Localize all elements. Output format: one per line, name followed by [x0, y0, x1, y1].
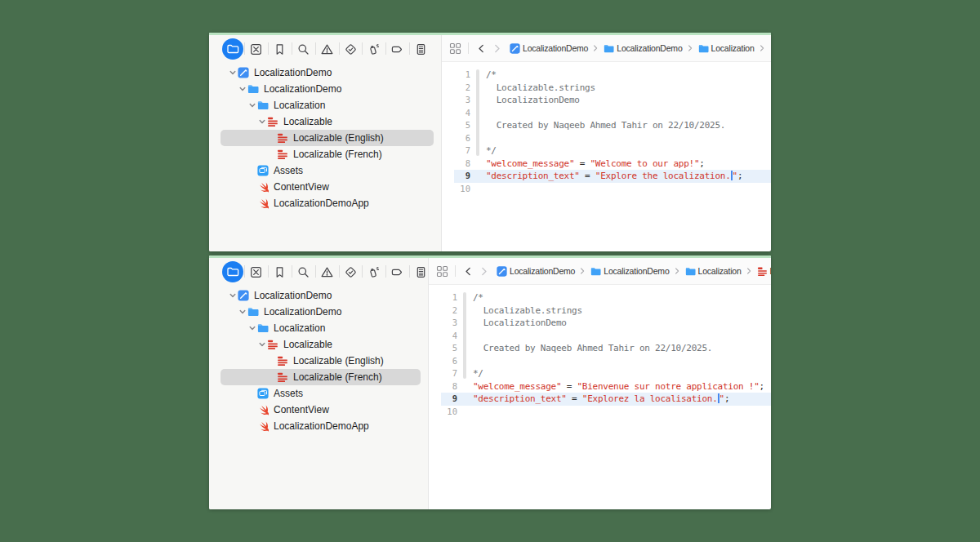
navigator-tab-debug-spray[interactable]: [364, 262, 384, 282]
code-line[interactable]: /*: [473, 291, 764, 304]
navigator-tab-tests[interactable]: [341, 262, 360, 282]
navigator-tab-folder[interactable]: [223, 262, 243, 282]
code-line[interactable]: /*: [486, 69, 742, 82]
code-line[interactable]: "welcome_message" = "Welcome to our app!…: [486, 158, 742, 171]
code-line[interactable]: "description_text" = "Explorez la locali…: [473, 393, 764, 406]
navigator-tab-debug-spray[interactable]: [364, 39, 384, 59]
navigator-tab-x-square[interactable]: [247, 262, 266, 282]
breadcrumb-item[interactable]: Localization: [685, 266, 742, 277]
tree-row[interactable]: Localizable: [209, 113, 441, 130]
line-number[interactable]: 5: [441, 119, 470, 132]
code-line[interactable]: Localizable.strings: [473, 304, 764, 318]
disclosure-chevron-icon[interactable]: [256, 118, 267, 126]
code-line[interactable]: */: [486, 144, 742, 158]
code-line[interactable]: */: [473, 367, 764, 380]
code-line[interactable]: LocalizationDemo: [486, 94, 742, 107]
line-number[interactable]: 3: [428, 317, 457, 330]
line-number[interactable]: 10: [428, 406, 457, 419]
code-line[interactable]: [473, 355, 764, 368]
line-number-gutter[interactable]: 12345678910: [441, 69, 470, 195]
line-number[interactable]: 2: [428, 304, 457, 318]
tree-row[interactable]: LocalizationDemo: [209, 81, 441, 97]
line-number[interactable]: 10: [441, 183, 470, 196]
forward-button[interactable]: [491, 42, 503, 55]
forward-button[interactable]: [478, 265, 490, 278]
tree-row[interactable]: Assets: [209, 162, 441, 179]
line-number[interactable]: 1: [441, 69, 470, 82]
breadcrumb-item[interactable]: LocalizationDemo: [604, 43, 682, 54]
code-line[interactable]: [473, 330, 764, 343]
code-line[interactable]: LocalizationDemo: [473, 317, 764, 330]
disclosure-chevron-icon[interactable]: [237, 308, 247, 316]
tree-row[interactable]: Localizable: [209, 336, 428, 353]
breadcrumb-item[interactable]: LocalizationDemo: [510, 43, 588, 54]
tree-row[interactable]: LocalizationDemo: [209, 287, 428, 304]
code-line[interactable]: "welcome_message" = "Bienvenue sur notre…: [473, 380, 764, 393]
navigator-tab-issues[interactable]: [317, 262, 336, 282]
line-number[interactable]: 8: [428, 380, 457, 393]
line-number[interactable]: 2: [441, 82, 470, 95]
disclosure-chevron-icon[interactable]: [227, 291, 238, 300]
breadcrumb-item[interactable]: LocalizationDemo: [590, 266, 669, 277]
navigator-tab-breakpoints-tag[interactable]: [388, 39, 408, 59]
navigator-tab-search[interactable]: [293, 262, 313, 282]
disclosure-chevron-icon[interactable]: [227, 69, 238, 77]
tree-row[interactable]: LocalizationDemoApp: [209, 195, 441, 211]
line-number[interactable]: 7: [428, 367, 457, 380]
disclosure-chevron-icon[interactable]: [247, 324, 257, 332]
tree-row[interactable]: LocalizationDemo: [209, 304, 428, 320]
related-items-grid-button[interactable]: [436, 265, 448, 278]
disclosure-chevron-icon[interactable]: [237, 85, 247, 93]
breadcrumb-item[interactable]: Localization: [698, 43, 755, 54]
line-number[interactable]: 6: [428, 355, 457, 368]
code-line[interactable]: Created by Naqeeb Ahmed Tahir on 22/10/2…: [473, 342, 764, 355]
navigator-tab-reports[interactable]: [411, 39, 430, 59]
line-number[interactable]: 4: [428, 330, 457, 343]
line-number[interactable]: 8: [441, 158, 470, 171]
line-number[interactable]: 3: [441, 94, 470, 107]
code-area[interactable]: /* Localizable.strings LocalizationDemo …: [473, 291, 764, 418]
disclosure-chevron-icon[interactable]: [256, 340, 267, 349]
tree-row[interactable]: Localization: [209, 320, 428, 336]
navigator-tab-breakpoints-tag[interactable]: [388, 262, 408, 282]
code-line[interactable]: Created by Naqeeb Ahmed Tahir on 22/10/2…: [486, 119, 742, 132]
back-button[interactable]: [462, 265, 474, 278]
line-number[interactable]: 1: [428, 291, 457, 304]
line-number[interactable]: 9: [428, 393, 457, 406]
related-items-grid-button[interactable]: [449, 42, 461, 55]
tree-row[interactable]: LocalizationDemo: [209, 64, 441, 81]
code-line[interactable]: [486, 107, 742, 120]
navigator-tab-x-square[interactable]: [247, 39, 266, 59]
tree-row[interactable]: Assets: [209, 385, 428, 402]
tree-row[interactable]: Localizable (English): [209, 130, 441, 146]
tree-row[interactable]: Localizable (French): [209, 369, 428, 385]
line-number-gutter[interactable]: 12345678910: [428, 291, 457, 418]
navigator-tab-bookmark[interactable]: [270, 39, 290, 59]
code-line[interactable]: Localizable.strings: [486, 82, 742, 95]
line-number[interactable]: 7: [441, 144, 470, 158]
navigator-tab-folder[interactable]: [223, 39, 243, 59]
tree-row[interactable]: ContentView: [209, 402, 428, 418]
line-number[interactable]: 6: [441, 132, 470, 145]
tree-row[interactable]: Localizable (French): [209, 146, 441, 162]
code-area[interactable]: /* Localizable.strings LocalizationDemo …: [486, 69, 742, 195]
line-number[interactable]: 5: [428, 342, 457, 355]
code-line[interactable]: [486, 183, 742, 196]
navigator-tab-bookmark[interactable]: [270, 262, 290, 282]
code-line[interactable]: [473, 406, 764, 419]
navigator-tab-search[interactable]: [293, 39, 313, 59]
code-line[interactable]: "description_text" = "Explore the locali…: [486, 170, 742, 183]
breadcrumb-item[interactable]: LocalizationDemo: [497, 266, 575, 277]
tree-row[interactable]: LocalizationDemoApp: [209, 418, 428, 434]
navigator-tab-issues[interactable]: [317, 39, 336, 59]
tree-row[interactable]: Localizable (English): [209, 353, 428, 369]
line-number[interactable]: 9: [441, 170, 470, 183]
back-button[interactable]: [475, 42, 488, 55]
breadcrumb-item[interactable]: Localizable: [757, 266, 771, 277]
line-number[interactable]: 4: [441, 107, 470, 120]
tree-row[interactable]: Localization: [209, 97, 441, 113]
disclosure-chevron-icon[interactable]: [247, 101, 257, 109]
navigator-tab-tests[interactable]: [341, 39, 360, 59]
code-line[interactable]: [486, 132, 742, 145]
tree-row[interactable]: ContentView: [209, 179, 441, 195]
